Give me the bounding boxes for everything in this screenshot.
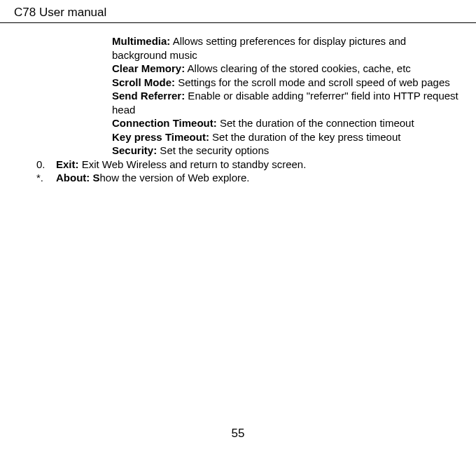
- page-number: 55: [0, 427, 476, 441]
- label-multimedia: Multimedia:: [112, 35, 170, 47]
- desc-key-press-timeout: Set the duration of the key press timeou…: [209, 131, 401, 143]
- item-exit: Exit: Exit Web Wireless and return to st…: [56, 158, 306, 172]
- setting-scroll-mode: Scroll Mode: Settings for the scroll mod…: [112, 76, 462, 90]
- desc-clear-memory: Allows clearing of the stored cookies, c…: [185, 62, 411, 74]
- label-clear-memory: Clear Memory:: [112, 62, 185, 74]
- setting-send-referrer: Send Referrer: Enable or disable adding …: [112, 89, 462, 116]
- item-about: About: Show the version of Web explore.: [56, 171, 250, 185]
- marker-exit: 0.: [36, 158, 56, 172]
- label-connection-timeout: Connection Timeout:: [112, 117, 217, 129]
- manual-title: C78 User manual: [14, 6, 106, 19]
- setting-security: Security: Set the security options: [112, 144, 462, 158]
- label-about: About: S: [56, 172, 99, 184]
- desc-about: how the version of Web explore.: [99, 172, 249, 184]
- label-security: Security:: [112, 144, 157, 156]
- setting-clear-memory: Clear Memory: Allows clearing of the sto…: [112, 62, 462, 76]
- setting-connection-timeout: Connection Timeout: Set the duration of …: [112, 116, 462, 130]
- label-scroll-mode: Scroll Mode:: [112, 76, 175, 88]
- page-content: Multimedia: Allows setting preferences f…: [0, 23, 476, 185]
- label-send-referrer: Send Referrer:: [112, 90, 185, 102]
- desc-scroll-mode: Settings for the scroll mode and scroll …: [175, 76, 450, 88]
- item-exit-row: 0. Exit: Exit Web Wireless and return to…: [36, 158, 462, 172]
- label-key-press-timeout: Key press Timeout:: [112, 131, 209, 143]
- setting-key-press-timeout: Key press Timeout: Set the duration of t…: [112, 130, 462, 144]
- manual-header: C78 User manual: [0, 0, 476, 23]
- label-exit: Exit:: [56, 158, 79, 170]
- desc-connection-timeout: Set the duration of the connection timeo…: [217, 117, 414, 129]
- marker-about: *.: [36, 171, 56, 185]
- item-about-row: *. About: Show the version of Web explor…: [36, 171, 462, 185]
- desc-exit: Exit Web Wireless and return to standby …: [79, 158, 307, 170]
- setting-multimedia: Multimedia: Allows setting preferences f…: [112, 34, 462, 62]
- desc-security: Set the security options: [157, 144, 269, 156]
- settings-block: Multimedia: Allows setting preferences f…: [112, 34, 462, 158]
